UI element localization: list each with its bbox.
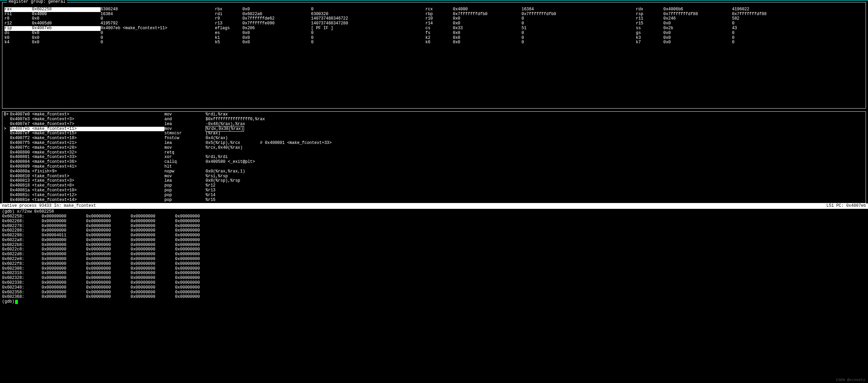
gdb-output-panel[interactable]: (gdb) x/72xw 0x602258 0x602258: 0x000000… [0, 209, 868, 305]
asm-line[interactable]: 0x400810 <take_fcontext>mov%rsi,%rsp [4, 174, 864, 179]
register-fs[interactable]: fs0x00 [425, 31, 636, 36]
status-left: native process 93433 In: make_fcontext [2, 204, 96, 209]
asm-address: 0x400801 <make_fcontext+33> [10, 155, 164, 160]
register-rcx[interactable]: rcx0x400016384 [425, 7, 636, 12]
asm-line[interactable]: 0x40080a <finish+9>nopw0x0(%rax,%rax,1) [4, 169, 864, 174]
register-hex: 0x0 [32, 40, 101, 45]
register-cs[interactable]: cs0x3351 [425, 26, 636, 31]
register-rax[interactable]: rax0x6022586300248 [4, 7, 215, 12]
asm-line[interactable]: 0x400818 <take_fcontext+8>pop%r12 [4, 183, 864, 188]
asm-line[interactable]: 0x4007f2 <make_fcontext+18>fnstcw0x4(%ra… [4, 136, 864, 141]
register-k0[interactable]: k00x00 [4, 36, 215, 41]
register-dec: 0 [101, 16, 215, 21]
asm-line[interactable]: B+0x4007e0 <make_fcontext>mov%rdi,%rax [4, 112, 864, 117]
breakpoint-marker: B+ [4, 112, 10, 117]
register-dec: 51 [521, 26, 636, 31]
memory-row: 0x602348: 0x00000000 0x00000000 0x000000… [2, 285, 866, 290]
register-ss[interactable]: ss0x2b43 [636, 26, 846, 31]
register-k1[interactable]: k10x00 [215, 36, 425, 41]
registers-grid[interactable]: rax0x6022586300248rbx0x00rcx0x400016384r… [2, 7, 866, 46]
register-dec: 16384 [101, 12, 215, 17]
asm-line[interactable]: 0x40081e <take_fcontext+14>pop%r15 [4, 198, 864, 203]
asm-line[interactable]: 0x400813 <take_fcontext+3>lea0x8(%rsp),%… [4, 179, 864, 183]
register-name: eflags [215, 26, 242, 31]
register-hex: 0x6022a0 [242, 12, 311, 17]
asm-line[interactable]: 0x4007fc <make_fcontext+28>mov%rcx,0x40(… [4, 146, 864, 150]
register-hex: 0x0 [663, 21, 732, 26]
register-k2[interactable]: k20x00 [425, 36, 636, 41]
asm-mnemonic: pop [164, 183, 206, 188]
register-k5[interactable]: k50x00 [215, 40, 425, 45]
register-dec: 0 [521, 21, 636, 26]
register-hex: 0x7fffffffdf88 [663, 12, 732, 17]
register-rdi[interactable]: rdi0x6022a06300320 [215, 12, 425, 17]
asm-address: 0x4007eb <make_fcontext+11> [10, 127, 164, 132]
memory-row: 0x6022c8: 0x00000000 0x00000000 0x000000… [2, 247, 866, 252]
register-r8[interactable]: r80x00 [4, 16, 215, 21]
asm-line[interactable]: 0x4007ef <make_fcontext+15>stmxcsr(%rax) [4, 131, 864, 136]
asm-line[interactable]: 0x4007f5 <make_fcontext+21>lea0x5(%rip),… [4, 141, 864, 146]
register-dec: 4196022 [732, 7, 846, 12]
register-r12[interactable]: r120x4005d04195792 [4, 21, 215, 26]
register-name: r10 [425, 16, 453, 21]
asm-mnemonic: lea [164, 141, 206, 146]
register-r9[interactable]: r90x7ffffffde62140737488346722 [215, 16, 425, 21]
asm-line[interactable]: 0x40081a <take_fcontext+10>pop%r13 [4, 188, 864, 193]
asm-line[interactable]: 0x4007e3 <make_fcontext+3>and$0xffffffff… [4, 117, 864, 122]
asm-line[interactable]: 0x400804 <make_fcontext+36>callq0x400580… [4, 160, 864, 165]
register-dec: 16384 [521, 7, 636, 12]
asm-line[interactable]: 0x40081c <take_fcontext+12>pop%r14 [4, 193, 864, 198]
register-r14[interactable]: r140x00 [425, 21, 636, 26]
register-rsp[interactable]: rsp0x7fffffffdf880x7fffffffdf88 [636, 12, 846, 17]
register-k6[interactable]: k60x00 [425, 40, 636, 45]
asm-line[interactable]: 0x400800 <make_fcontext+32>retq [4, 150, 864, 155]
register-k3[interactable]: k30x00 [636, 36, 846, 41]
gdb-command: (gdb) x/72xw 0x602258 [2, 210, 866, 214]
asm-address: 0x400813 <take_fcontext+3> [10, 179, 164, 183]
asm-operands: 0x5(%rip),%rcx # 0x400801 <make_fcontext… [206, 141, 864, 146]
memory-row: 0x6022a8: 0x00000000 0x00000000 0x000000… [2, 238, 866, 243]
asm-line[interactable]: 0x400801 <make_fcontext+33>xor%rdi,%rdi [4, 155, 864, 160]
register-r10[interactable]: r100x00 [425, 16, 636, 21]
register-rbx[interactable]: rbx0x00 [215, 7, 425, 12]
asm-line[interactable]: 0x400809 <make_fcontext+41>hlt [4, 165, 864, 169]
register-hex: 0x7ffffffde62 [242, 16, 311, 21]
register-gs[interactable]: gs0x00 [636, 31, 846, 36]
asm-mnemonic: stmxcsr [164, 131, 206, 136]
asm-mnemonic: retq [164, 150, 206, 155]
asm-line[interactable]: 0x4007e7 <make_fcontext+7>lea-0x48(%rax)… [4, 122, 864, 127]
memory-row: 0x602338: 0x00000000 0x00000000 0x000000… [2, 281, 866, 285]
register-hex: 0x4006b6 [663, 7, 732, 12]
register-r15[interactable]: r150x00 [636, 21, 846, 26]
register-k4[interactable]: k40x00 [4, 40, 215, 45]
asm-gutter [4, 169, 10, 174]
asm-operands: %rcx,0x40(%rax) [206, 146, 864, 150]
register-row: k00x00k10x00k20x00k30x00 [4, 36, 864, 41]
register-ds[interactable]: ds0x00 [4, 31, 215, 36]
gdb-prompt-row[interactable]: (gdb) [2, 300, 866, 304]
asm-panel: B+0x4007e0 <make_fcontext>mov%rdi,%rax0x… [2, 111, 866, 203]
register-dec: 0 [732, 21, 846, 26]
asm-gutter [4, 122, 10, 127]
register-rdx[interactable]: rdx0x4006b64196022 [636, 7, 846, 12]
register-es[interactable]: es0x00 [215, 31, 425, 36]
asm-gutter [4, 146, 10, 150]
register-r11[interactable]: r110x246582 [636, 16, 846, 21]
register-name: cs [425, 26, 453, 31]
memory-row: 0x602308: 0x00000000 0x00000000 0x000000… [2, 267, 866, 271]
register-r13[interactable]: r130x7ffffffe090140737488347280 [215, 21, 425, 26]
current-line-marker: > [4, 127, 10, 132]
asm-mnemonic: and [164, 117, 206, 122]
asm-mnemonic: nopw [164, 169, 206, 174]
register-rbp[interactable]: rbp0x7fffffffdfb00x7fffffffdfb0 [425, 12, 636, 17]
register-rip[interactable]: rip0x4007eb0x4007eb <make_fcontext+11> [4, 26, 215, 31]
asm-line[interactable]: >0x4007eb <make_fcontext+11>mov%rdx,0x38… [4, 127, 864, 132]
register-rsi[interactable]: rsi0x400016384 [4, 12, 215, 17]
register-k7[interactable]: k70x00 [636, 40, 846, 45]
register-hex: 0x0 [242, 40, 311, 45]
memory-row: 0x602328: 0x00000000 0x00000000 0x000000… [2, 276, 866, 281]
asm-listing[interactable]: B+0x4007e0 <make_fcontext>mov%rdi,%rax0x… [2, 112, 866, 203]
register-dec: 0 [732, 31, 846, 36]
register-eflags[interactable]: eflags0x206[ PF IF ] [215, 26, 425, 31]
register-row: rsi0x400016384rdi0x6022a06300320rbp0x7ff… [4, 12, 864, 17]
